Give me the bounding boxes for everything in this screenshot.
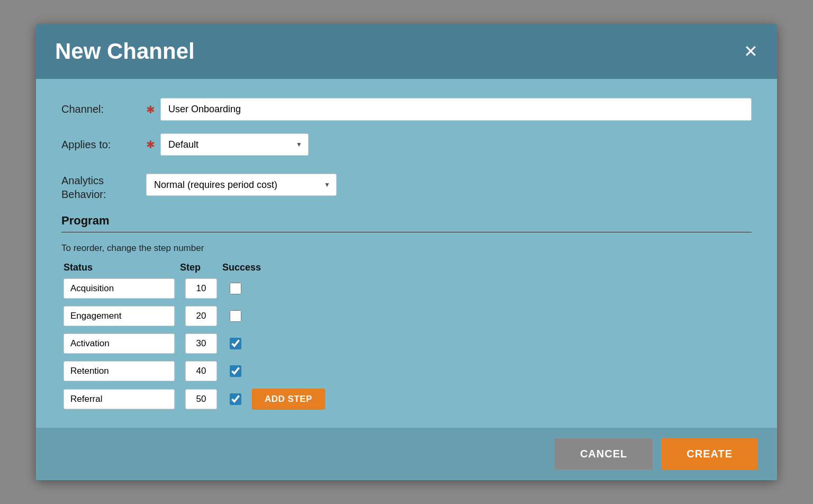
program-section-title: Program bbox=[61, 214, 752, 228]
analytics-select[interactable]: Normal (requires period cost) Other bbox=[146, 174, 337, 196]
cancel-button[interactable]: CANCEL bbox=[555, 438, 653, 470]
new-channel-modal: New Channel ✕ Channel: ✱ Applies to: ✱ D… bbox=[36, 24, 777, 480]
status-input[interactable] bbox=[64, 361, 175, 381]
success-checkbox[interactable] bbox=[230, 310, 241, 322]
table-row bbox=[61, 306, 752, 326]
applies-to-label: Applies to: bbox=[61, 139, 146, 151]
status-input[interactable] bbox=[64, 389, 175, 409]
program-section: Program bbox=[61, 214, 752, 232]
success-checkbox[interactable] bbox=[230, 365, 241, 377]
channel-required-star: ✱ bbox=[146, 103, 155, 116]
table-row bbox=[61, 334, 752, 354]
add-step-button[interactable]: ADD STEP bbox=[252, 389, 325, 410]
step-input[interactable] bbox=[185, 306, 217, 326]
status-input[interactable] bbox=[64, 306, 175, 326]
step-input[interactable] bbox=[185, 389, 217, 409]
analytics-label: AnalyticsBehavior: bbox=[61, 168, 146, 201]
applies-to-row: Applies to: ✱ Default All Custom bbox=[61, 133, 752, 156]
program-table-header: Status Step Success bbox=[61, 262, 752, 273]
success-checkbox[interactable] bbox=[230, 393, 241, 405]
program-divider bbox=[61, 232, 752, 232]
channel-input[interactable] bbox=[160, 98, 752, 121]
modal-footer: CANCEL CREATE bbox=[36, 428, 777, 480]
channel-row: Channel: ✱ bbox=[61, 98, 752, 121]
col-success-header: Success bbox=[222, 262, 275, 273]
success-checkbox[interactable] bbox=[230, 283, 241, 294]
status-input[interactable] bbox=[64, 334, 175, 354]
create-button[interactable]: CREATE bbox=[661, 438, 758, 470]
status-input[interactable] bbox=[64, 278, 175, 299]
close-button[interactable]: ✕ bbox=[744, 43, 758, 60]
analytics-select-wrapper: Normal (requires period cost) Other bbox=[146, 174, 337, 196]
modal-body: Channel: ✱ Applies to: ✱ Default All Cus… bbox=[36, 79, 777, 428]
table-row bbox=[61, 361, 752, 381]
modal-title: New Channel bbox=[55, 39, 195, 64]
channel-label: Channel: bbox=[61, 103, 146, 115]
modal-header: New Channel ✕ bbox=[36, 24, 777, 79]
applies-to-select[interactable]: Default All Custom bbox=[160, 133, 309, 156]
col-status-header: Status bbox=[64, 262, 180, 273]
program-table: ADD STEP bbox=[61, 278, 752, 410]
reorder-hint: To reorder, change the step number bbox=[61, 243, 752, 254]
analytics-behavior-row: AnalyticsBehavior: Normal (requires peri… bbox=[61, 168, 752, 201]
applies-to-select-wrapper: Default All Custom bbox=[160, 133, 309, 156]
col-step-header: Step bbox=[180, 262, 222, 273]
step-input[interactable] bbox=[185, 334, 217, 354]
table-row: ADD STEP bbox=[61, 389, 752, 410]
applies-to-required-star: ✱ bbox=[146, 138, 155, 151]
success-checkbox[interactable] bbox=[230, 338, 241, 349]
step-input[interactable] bbox=[185, 361, 217, 381]
step-input[interactable] bbox=[185, 278, 217, 299]
table-row bbox=[61, 278, 752, 299]
